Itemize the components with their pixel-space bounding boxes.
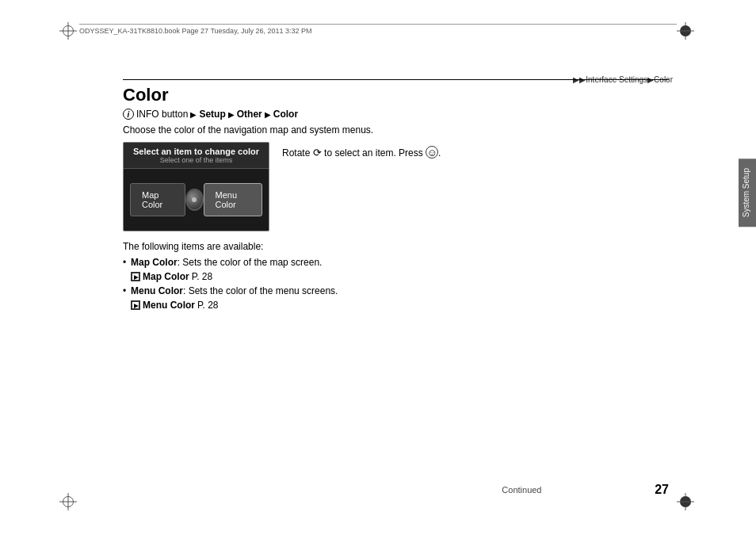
ref-icon-menu: ▶ (131, 300, 140, 310)
rotate-label: Rotate (282, 147, 310, 159)
menu-color-desc: : Sets the color of the menu screens. (183, 285, 338, 296)
bullet-list: Map Color: Sets the color of the map scr… (123, 257, 669, 311)
rotate-icon: ⟳ (313, 145, 322, 161)
map-color-desc: : Sets the color of the map screen. (178, 257, 323, 268)
main-content: Color i INFO button ▶ Setup ▶ Other ▶ Co… (123, 79, 669, 314)
continued-label: Continued (389, 485, 655, 495)
menu-color-label: Menu Color (131, 285, 183, 296)
list-item-map-color: Map Color: Sets the color of the map scr… (123, 257, 669, 268)
rotate-instruction: Rotate ⟳ to select an item. Press ☺. (282, 145, 441, 161)
bottom-bar: Continued 27 (123, 483, 669, 497)
nav-arrow-2: ▶ (228, 110, 235, 119)
nav-path: i INFO button ▶ Setup ▶ Other ▶ Color (123, 109, 669, 120)
section-description: Choose the color of the navigation map a… (123, 124, 669, 136)
press-icon: ☺ (426, 146, 438, 159)
screen-items: Map Color Menu Color (124, 169, 269, 231)
screen-subtitle: Select one of the items (130, 156, 262, 164)
page-title: Color (123, 85, 669, 105)
nav-other: Other (237, 109, 262, 120)
menu-color-ref-page: P. 28 (197, 300, 218, 311)
reg-mark-br (677, 493, 697, 513)
side-tab: System Setup (739, 159, 756, 227)
reg-mark-bl (59, 493, 79, 513)
menu-color-button[interactable]: Menu Color (204, 183, 263, 216)
screen-header: Select an item to change color Select on… (124, 143, 269, 169)
map-color-label: Map Color (131, 257, 178, 268)
file-info: ODYSSEY_KA-31TK8810.book Page 27 Tuesday… (79, 27, 677, 35)
menu-color-ref-bold: Menu Color (143, 300, 195, 311)
ref-icon-map: ▶ (131, 272, 140, 281)
scroll-knob (185, 189, 204, 211)
page-number: 27 (655, 483, 669, 497)
map-color-ref-bold: Map Color (143, 271, 189, 282)
knob-center (192, 197, 197, 202)
nav-arrow-3: ▶ (265, 110, 271, 119)
page-header: ODYSSEY_KA-31TK8810.book Page 27 Tuesday… (79, 24, 677, 35)
nav-screen-mockup: Select an item to change color Select on… (123, 142, 269, 231)
nav-setup: Setup (199, 109, 225, 120)
nav-info-button: INFO button (136, 109, 188, 120)
nav-color: Color (273, 109, 298, 120)
nav-arrow-1: ▶ (190, 110, 197, 119)
select-text: to select an item. Press (324, 147, 423, 159)
map-color-ref-page: P. 28 (192, 271, 212, 282)
reg-mark-tl (59, 22, 79, 42)
screen-title: Select an item to change color (130, 147, 262, 156)
items-available-label: The following items are available: (123, 241, 669, 252)
list-item-menu-color: Menu Color: Sets the color of the menu s… (123, 285, 669, 296)
info-icon: i (123, 109, 134, 120)
map-color-ref: ▶ Map Color P. 28 (123, 271, 669, 282)
section-divider (123, 79, 669, 80)
map-color-button[interactable]: Map Color (130, 183, 185, 216)
reg-mark-tr (677, 22, 697, 42)
content-row: Select an item to change color Select on… (123, 142, 669, 231)
menu-color-ref: ▶ Menu Color P. 28 (123, 300, 669, 311)
